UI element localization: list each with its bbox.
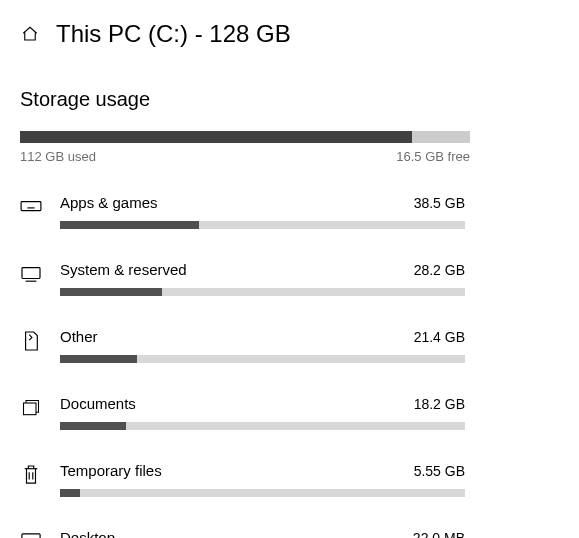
- category-row[interactable]: System & reserved 28.2 GB: [20, 261, 559, 296]
- category-bar-fill: [60, 355, 137, 363]
- category-content: Temporary files 5.55 GB: [60, 462, 465, 497]
- category-content: Other 21.4 GB: [60, 328, 465, 363]
- apps-icon: [20, 196, 42, 218]
- category-bar-fill: [60, 288, 162, 296]
- category-header: Documents 18.2 GB: [60, 395, 465, 412]
- category-bar: [60, 355, 465, 363]
- categories-list: Apps & games 38.5 GB System & reserved 2…: [20, 194, 559, 538]
- category-name: System & reserved: [60, 261, 187, 278]
- category-bar-fill: [60, 221, 199, 229]
- category-row[interactable]: Temporary files 5.55 GB: [20, 462, 559, 497]
- svg-rect-9: [22, 268, 40, 279]
- category-row[interactable]: Desktop 22.0 MB: [20, 529, 559, 538]
- category-bar: [60, 288, 465, 296]
- category-content: Apps & games 38.5 GB: [60, 194, 465, 229]
- category-name: Other: [60, 328, 98, 345]
- overall-usage-labels: 112 GB used 16.5 GB free: [20, 149, 470, 164]
- desktop-icon: [20, 531, 42, 538]
- category-header: Temporary files 5.55 GB: [60, 462, 465, 479]
- svg-rect-0: [21, 202, 41, 211]
- category-size: 5.55 GB: [414, 463, 465, 479]
- category-header: Apps & games 38.5 GB: [60, 194, 465, 211]
- category-header: Other 21.4 GB: [60, 328, 465, 345]
- page-header: This PC (C:) - 128 GB: [20, 20, 559, 48]
- other-icon: [20, 330, 42, 352]
- category-row[interactable]: Apps & games 38.5 GB: [20, 194, 559, 229]
- svg-rect-14: [22, 534, 40, 538]
- free-label: 16.5 GB free: [396, 149, 470, 164]
- category-bar-fill: [60, 489, 80, 497]
- category-size: 18.2 GB: [414, 396, 465, 412]
- category-size: 22.0 MB: [413, 530, 465, 538]
- category-size: 21.4 GB: [414, 329, 465, 345]
- category-row[interactable]: Other 21.4 GB: [20, 328, 559, 363]
- category-size: 38.5 GB: [414, 195, 465, 211]
- category-header: Desktop 22.0 MB: [60, 529, 465, 538]
- section-title: Storage usage: [20, 88, 559, 111]
- category-name: Documents: [60, 395, 136, 412]
- used-label: 112 GB used: [20, 149, 96, 164]
- overall-usage-bar: [20, 131, 470, 143]
- category-header: System & reserved 28.2 GB: [60, 261, 465, 278]
- category-content: System & reserved 28.2 GB: [60, 261, 465, 296]
- category-content: Desktop 22.0 MB: [60, 529, 465, 538]
- category-name: Apps & games: [60, 194, 158, 211]
- page-title: This PC (C:) - 128 GB: [56, 20, 291, 48]
- category-bar: [60, 221, 465, 229]
- category-bar-fill: [60, 422, 126, 430]
- category-content: Documents 18.2 GB: [60, 395, 465, 430]
- category-bar: [60, 489, 465, 497]
- system-icon: [20, 263, 42, 285]
- temp-icon: [20, 464, 42, 486]
- category-bar: [60, 422, 465, 430]
- documents-icon: [20, 397, 42, 419]
- svg-rect-11: [24, 403, 37, 415]
- category-name: Desktop: [60, 529, 115, 538]
- category-row[interactable]: Documents 18.2 GB: [20, 395, 559, 430]
- category-name: Temporary files: [60, 462, 162, 479]
- category-size: 28.2 GB: [414, 262, 465, 278]
- home-icon[interactable]: [20, 24, 40, 44]
- overall-usage-bar-fill: [20, 131, 412, 143]
